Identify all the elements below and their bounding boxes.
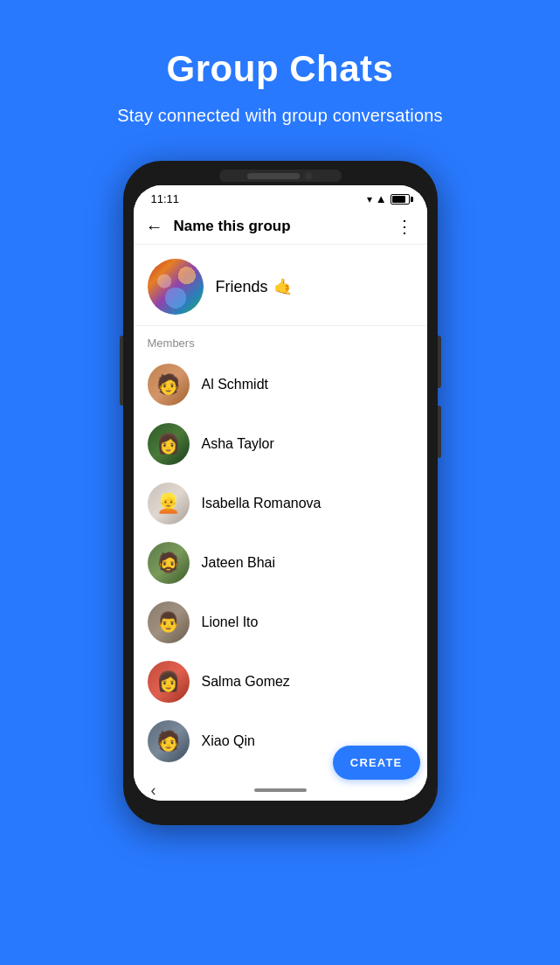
phone-button-right-2 (438, 406, 441, 458)
phone-bottom-nav: ‹ (134, 781, 427, 801)
group-avatar-inner (148, 259, 204, 315)
member-avatar: 🧑 (148, 364, 190, 406)
member-avatar-face: 🧔 (148, 542, 190, 584)
header-title: Name this group (174, 218, 396, 235)
wifi-icon: ▲ (376, 192, 387, 205)
member-avatar-face: 👩 (148, 423, 190, 465)
member-item[interactable]: 🧑Al Schmidt (134, 355, 427, 414)
back-button[interactable]: ← (146, 218, 163, 235)
member-item[interactable]: 👱Isabella Romanova (134, 474, 427, 533)
phone-screen: 11:11 ▾ ▲ ← Name this group ⋮ (134, 185, 427, 801)
group-emoji: 🤙 (273, 277, 293, 296)
member-name: Xiao Qin (202, 733, 255, 749)
phone-speaker (247, 173, 300, 179)
app-header: ← Name this group ⋮ (134, 209, 427, 245)
member-name: Isabella Romanova (202, 496, 321, 511)
phone-shell: 11:11 ▾ ▲ ← Name this group ⋮ (123, 161, 438, 825)
more-button[interactable]: ⋮ (396, 219, 415, 233)
member-item[interactable]: 🧔Jateen Bhai (134, 533, 427, 593)
nav-back-icon[interactable]: ‹ (151, 781, 156, 800)
member-item[interactable]: 👨Lionel Ito (134, 593, 427, 652)
member-name: Jateen Bhai (202, 555, 276, 571)
phone-mockup: 11:11 ▾ ▲ ← Name this group ⋮ (123, 161, 438, 825)
member-avatar-face: 🧑 (148, 720, 190, 762)
nav-home-bar (254, 788, 307, 792)
member-item[interactable]: 👩Asha Taylor (134, 414, 427, 474)
phone-button-left (120, 336, 123, 406)
create-button[interactable]: CREATE (333, 746, 420, 780)
page-subtitle: Stay connected with group conversations (117, 106, 442, 126)
status-bar: 11:11 ▾ ▲ (134, 185, 427, 209)
member-item[interactable]: 👩Salma Gomez (134, 652, 427, 712)
group-name-text: Friends (216, 278, 268, 296)
phone-button-right-1 (438, 336, 441, 388)
member-avatar: 👩 (148, 423, 190, 465)
members-label: Members (134, 326, 427, 355)
member-name: Al Schmidt (202, 377, 268, 392)
group-avatar (148, 259, 204, 315)
group-info: Friends 🤙 (134, 245, 427, 326)
status-time: 11:11 (151, 192, 180, 205)
phone-top-bar (219, 170, 342, 182)
page-title: Group Chats (167, 48, 394, 90)
group-name: Friends 🤙 (216, 277, 293, 296)
signal-icon: ▾ (367, 193, 372, 205)
member-avatar-face: 🧑 (148, 364, 190, 406)
phone-camera (305, 172, 313, 180)
member-avatar-face: 👨 (148, 601, 190, 643)
member-avatar: 🧑 (148, 720, 190, 762)
status-icons: ▾ ▲ (367, 192, 410, 205)
member-name: Lionel Ito (202, 614, 259, 630)
screen-content: Friends 🤙 Members 🧑Al Schmidt👩Asha Taylo… (134, 245, 427, 781)
member-name: Asha Taylor (202, 436, 274, 452)
battery-icon (391, 194, 410, 205)
member-avatar-face: 👩 (148, 661, 190, 703)
member-avatar: 👩 (148, 661, 190, 703)
member-avatar: 🧔 (148, 542, 190, 584)
battery-fill (392, 196, 405, 203)
member-avatar: 👱 (148, 482, 190, 524)
member-avatar: 👨 (148, 601, 190, 643)
members-list: 🧑Al Schmidt👩Asha Taylor👱Isabella Romanov… (134, 355, 427, 771)
member-name: Salma Gomez (202, 674, 290, 690)
member-avatar-face: 👱 (148, 482, 190, 524)
